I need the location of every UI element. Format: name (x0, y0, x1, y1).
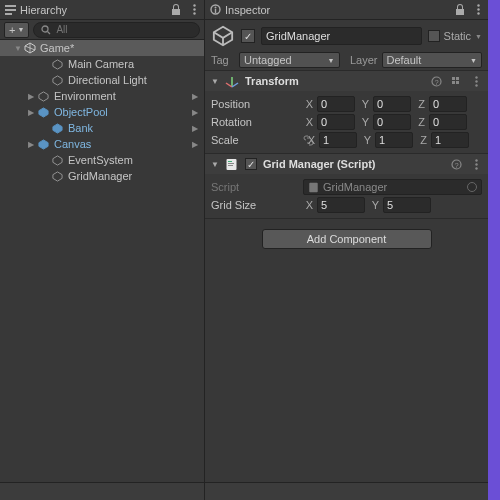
svg-point-5 (193, 12, 195, 14)
gameobject-header: ✓ GridManager Static ▼ Tag Untagged ▼ La… (205, 20, 488, 71)
axis-z-label: Z (417, 134, 427, 146)
gameobject-icon (52, 59, 64, 70)
svg-point-6 (42, 26, 48, 32)
kebab-icon[interactable] (470, 75, 482, 87)
prefab-icon (38, 107, 50, 118)
static-label: Static (444, 30, 472, 42)
lock-icon[interactable] (454, 4, 466, 16)
transform-icon (225, 74, 239, 88)
chevron-right-icon[interactable]: ▶ (28, 92, 38, 101)
script-label: Script (211, 181, 299, 193)
svg-marker-15 (53, 123, 62, 132)
tree-item[interactable]: ▶ Canvas ▶ (0, 136, 204, 152)
create-button[interactable]: + ▼ (4, 22, 29, 38)
chevron-right-icon[interactable]: ▶ (28, 140, 38, 149)
svg-rect-1 (5, 9, 16, 11)
gameobject-icon[interactable] (211, 24, 235, 48)
layer-dropdown[interactable]: Default ▼ (382, 52, 483, 68)
help-icon[interactable]: ? (430, 75, 442, 87)
svg-text:?: ? (454, 160, 458, 169)
static-checkbox[interactable] (428, 30, 440, 42)
axis-x-label: X (305, 134, 315, 146)
svg-rect-35 (456, 81, 459, 84)
preset-icon[interactable] (450, 75, 462, 87)
rotation-z-input[interactable]: 0 (429, 114, 467, 130)
chevron-down-icon: ▼ (17, 26, 24, 33)
gameobject-icon (52, 155, 64, 166)
item-label: Bank (68, 122, 93, 134)
chevron-right-icon[interactable]: ▶ (192, 124, 198, 133)
tree-item[interactable]: Bank ▶ (0, 120, 204, 136)
axis-y-label: Y (359, 98, 369, 110)
svg-rect-48 (309, 182, 317, 191)
gridsize-y-input[interactable]: 5 (383, 197, 431, 213)
tree-item[interactable]: ▶ ObjectPool ▶ (0, 104, 204, 120)
inspector-panel: Inspector ✓ GridManager Static ▼ (205, 0, 488, 500)
chevron-right-icon[interactable]: ▶ (192, 108, 198, 117)
svg-rect-33 (456, 77, 459, 80)
script-enabled-checkbox[interactable]: ✓ (245, 158, 257, 170)
axis-z-label: Z (415, 98, 425, 110)
hierarchy-header: Hierarchy (0, 0, 204, 20)
chevron-right-icon[interactable]: ▶ (192, 140, 198, 149)
kebab-icon[interactable] (472, 4, 484, 16)
chevron-down-icon[interactable]: ▼ (475, 33, 482, 40)
active-checkbox[interactable]: ✓ (241, 29, 255, 43)
script-field-row: Script GridManager (211, 178, 482, 196)
chevron-right-icon[interactable]: ▶ (192, 92, 198, 101)
script-icon (308, 182, 319, 193)
position-x-input[interactable]: 0 (317, 96, 355, 112)
tree-item[interactable]: EventSystem (0, 152, 204, 168)
position-y-input[interactable]: 0 (373, 96, 411, 112)
svg-line-28 (226, 83, 232, 87)
item-label: Environment (54, 90, 116, 102)
svg-point-37 (475, 80, 477, 82)
hierarchy-toolbar: + ▼ (0, 20, 204, 40)
kebab-icon[interactable] (470, 158, 482, 170)
svg-marker-18 (53, 171, 62, 180)
scale-y-input[interactable]: 1 (375, 132, 413, 148)
axis-x-label: X (303, 199, 313, 211)
scale-x-input[interactable]: 1 (319, 132, 357, 148)
scene-name: Game* (40, 42, 74, 54)
axis-z-label: Z (415, 116, 425, 128)
hierarchy-search[interactable] (33, 22, 200, 38)
chevron-down-icon[interactable]: ▼ (14, 44, 24, 53)
hierarchy-tree: ▼ Game* Main Camera Directional Light ▶ … (0, 40, 204, 482)
script-object-field[interactable]: GridManager (303, 179, 482, 195)
inspector-icon (209, 4, 221, 16)
chevron-down-icon[interactable]: ▼ (211, 160, 219, 169)
scene-row[interactable]: ▼ Game* (0, 40, 204, 56)
gridsize-x-input[interactable]: 5 (317, 197, 365, 213)
position-z-input[interactable]: 0 (429, 96, 467, 112)
tag-dropdown[interactable]: Untagged ▼ (239, 52, 340, 68)
tree-item[interactable]: GridManager (0, 168, 204, 184)
rotation-y-input[interactable]: 0 (373, 114, 411, 130)
add-component-button[interactable]: Add Component (262, 229, 432, 249)
hierarchy-panel: Hierarchy + ▼ ▼ Game* (0, 0, 205, 500)
gameobject-name-field[interactable]: GridManager (261, 27, 422, 45)
tree-item[interactable]: Directional Light (0, 72, 204, 88)
svg-point-3 (193, 4, 195, 6)
svg-point-46 (475, 163, 477, 165)
object-picker-icon[interactable] (467, 182, 477, 192)
gridsize-label: Grid Size (211, 199, 299, 211)
tree-item[interactable]: ▶ Environment ▶ (0, 88, 204, 104)
chevron-right-icon[interactable]: ▶ (28, 108, 38, 117)
kebab-icon[interactable] (188, 4, 200, 16)
tree-item[interactable]: Main Camera (0, 56, 204, 72)
item-label: Main Camera (68, 58, 134, 70)
scale-z-input[interactable]: 1 (431, 132, 469, 148)
rotation-x-input[interactable]: 0 (317, 114, 355, 130)
svg-point-23 (477, 8, 479, 10)
search-input[interactable] (56, 24, 193, 35)
script-header[interactable]: ▼ ✓ Grid Manager (Script) ? (205, 154, 488, 174)
svg-rect-0 (5, 5, 16, 7)
svg-marker-11 (53, 59, 62, 68)
transform-header[interactable]: ▼ Transform ? (205, 71, 488, 91)
lock-icon[interactable] (170, 4, 182, 16)
prefab-icon (52, 123, 64, 134)
help-icon[interactable]: ? (450, 158, 462, 170)
chevron-down-icon[interactable]: ▼ (211, 77, 219, 86)
svg-point-36 (475, 76, 477, 78)
